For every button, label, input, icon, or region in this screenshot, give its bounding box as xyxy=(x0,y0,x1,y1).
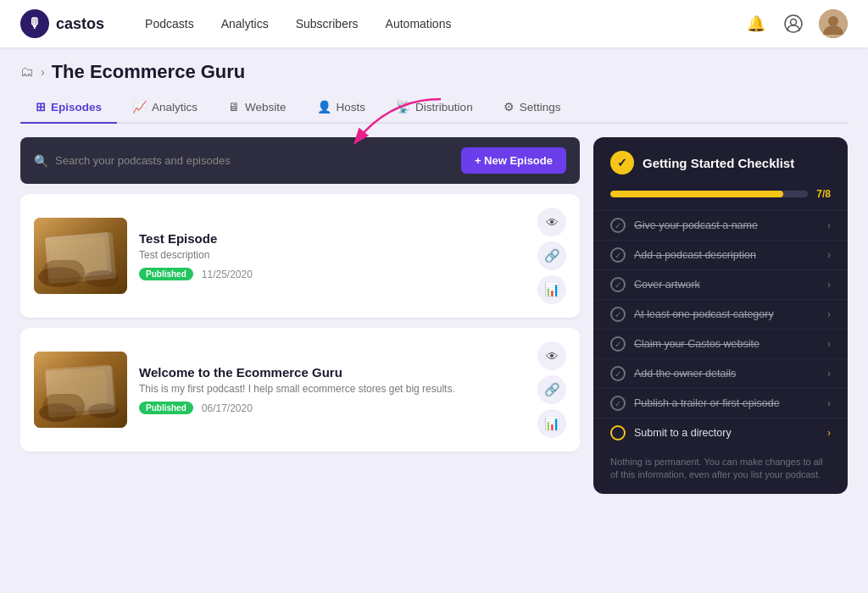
chevron-right-icon: › xyxy=(827,427,831,439)
breadcrumb: 🗂 › The Ecommerce Guru xyxy=(20,61,848,83)
breadcrumb-separator: › xyxy=(41,65,45,79)
checklist-footer: Nothing is permanent. You can make chang… xyxy=(593,447,848,494)
checklist-item-left: ✓ Add a podcast description xyxy=(610,247,756,263)
link-icon: 🔗 xyxy=(544,248,560,263)
checklist-item[interactable]: ✓ Cover artwork › xyxy=(593,269,848,299)
settings-tab-icon: ⚙ xyxy=(504,100,515,114)
brand-name: castos xyxy=(56,15,104,33)
chevron-right-icon: › xyxy=(827,368,831,380)
checklist-item[interactable]: ✓ Publish a trailer or first episode › xyxy=(593,388,848,418)
view-episode-button[interactable]: 👁 xyxy=(537,208,566,236)
analytics-tab-icon: 📈 xyxy=(132,100,147,114)
chart-icon: 📊 xyxy=(544,416,560,431)
checklist-item[interactable]: ✓ Add the owner details › xyxy=(593,358,848,388)
hosts-tab-icon: 👤 xyxy=(317,100,331,114)
search-input[interactable] xyxy=(55,154,461,167)
logo-icon: 🎙 xyxy=(20,9,49,38)
checklist-item[interactable]: ✓ At least one podcast category › xyxy=(593,299,848,329)
tab-analytics-label: Analytics xyxy=(152,101,198,114)
episode-info: Test Episode Test description Published … xyxy=(139,231,526,280)
svg-point-15 xyxy=(88,403,119,418)
search-icon: 🔍 xyxy=(34,154,48,168)
checklist-item[interactable]: ✓ Claim your Castos website › xyxy=(593,329,848,358)
podcast-tabs: ⊞ Episodes 📈 Analytics 🖥 Website 👤 Hosts… xyxy=(20,93,848,124)
checklist-item[interactable]: ✓ Give your podcast a name › xyxy=(593,210,848,240)
chevron-right-icon: › xyxy=(827,397,831,409)
tab-episodes-label: Episodes xyxy=(51,101,102,114)
checklist-items: ✓ Give your podcast a name › ✓ Add a pod… xyxy=(593,210,848,447)
check-done-icon: ✓ xyxy=(610,336,626,352)
tab-distribution[interactable]: 📡 Distribution xyxy=(381,93,488,124)
checklist-header: ✓ Getting Started Checklist xyxy=(593,137,848,188)
progress-bar-background xyxy=(610,191,808,197)
tab-settings[interactable]: ⚙ Settings xyxy=(488,93,576,124)
tab-episodes[interactable]: ⊞ Episodes xyxy=(20,93,117,124)
checklist-item-label: Cover artwork xyxy=(634,279,700,291)
nav-podcasts[interactable]: Podcasts xyxy=(145,17,194,30)
top-navigation: 🎙 castos Podcasts Analytics Subscribers … xyxy=(0,0,868,47)
svg-rect-12 xyxy=(45,364,114,413)
checklist-item-left: ✓ Cover artwork xyxy=(610,277,700,292)
tab-website-label: Website xyxy=(245,101,287,114)
tab-analytics[interactable]: 📈 Analytics xyxy=(117,93,213,124)
svg-rect-13 xyxy=(52,370,108,407)
check-done-icon: ✓ xyxy=(610,218,626,233)
nav-analytics[interactable]: Analytics xyxy=(221,17,269,30)
main-content: 🗂 › The Ecommerce Guru ⊞ Episodes 📈 Anal… xyxy=(0,47,868,593)
episode-info: Welcome to the Ecommerce Guru This is my… xyxy=(139,365,526,414)
tab-hosts[interactable]: 👤 Hosts xyxy=(302,93,381,124)
svg-point-9 xyxy=(85,270,119,287)
episode-description: Test description xyxy=(139,249,526,261)
nav-automations[interactable]: Automations xyxy=(386,17,452,30)
tab-settings-label: Settings xyxy=(520,101,561,114)
episode-actions: 👁 🔗 📊 xyxy=(537,208,566,304)
left-column: 🔍 + New Episode xyxy=(20,137,580,593)
status-badge: Published xyxy=(139,402,193,414)
tab-hosts-label: Hosts xyxy=(337,101,366,114)
episode-card: Test Episode Test description Published … xyxy=(20,194,580,318)
check-done-icon: ✓ xyxy=(610,307,626,322)
episode-title: Test Episode xyxy=(139,231,526,246)
episode-actions: 👁 🔗 📊 xyxy=(537,341,566,438)
episode-date: 06/17/2020 xyxy=(202,402,253,414)
brand-logo[interactable]: 🎙 castos xyxy=(20,9,104,38)
eye-icon: 👁 xyxy=(546,215,559,230)
svg-point-3 xyxy=(828,16,838,26)
checklist-item-left: ✓ At least one podcast category xyxy=(610,307,774,322)
checklist-card: ✓ Getting Started Checklist 7/8 ✓ Give y… xyxy=(593,137,848,494)
notification-icon[interactable]: 🔔 xyxy=(744,12,768,36)
view-episode-button[interactable]: 👁 xyxy=(537,341,566,370)
chevron-right-icon: › xyxy=(827,338,831,350)
chart-icon: 📊 xyxy=(544,282,560,297)
new-episode-button[interactable]: + New Episode xyxy=(461,147,566,174)
stats-episode-button[interactable]: 📊 xyxy=(537,409,566,438)
checklist-title: Getting Started Checklist xyxy=(643,156,794,170)
episodes-tab-icon: ⊞ xyxy=(36,100,46,114)
progress-bar-wrap: 7/8 xyxy=(593,188,848,210)
user-avatar[interactable] xyxy=(819,9,848,38)
podcast-title: The Ecommerce Guru xyxy=(52,61,246,83)
checklist-item-left: ✓ Give your podcast a name xyxy=(610,218,758,233)
tab-website[interactable]: 🖥 Website xyxy=(213,93,302,124)
checklist-item-left: ✓ Claim your Castos website xyxy=(610,336,760,352)
svg-rect-6 xyxy=(45,232,112,280)
tab-distribution-label: Distribution xyxy=(415,101,473,114)
status-badge: Published xyxy=(139,268,193,280)
episode-card: Welcome to the Ecommerce Guru This is my… xyxy=(20,328,580,452)
nav-subscribers[interactable]: Subscribers xyxy=(296,17,359,30)
checklist-item[interactable]: Submit to a directory › xyxy=(593,418,848,447)
episode-description: This is my first podcast! I help small e… xyxy=(139,383,526,395)
check-done-icon: ✓ xyxy=(610,277,626,292)
checklist-item-label: Give your podcast a name xyxy=(634,219,758,231)
checklist-item[interactable]: ✓ Add a podcast description › xyxy=(593,240,848,269)
episode-thumbnail xyxy=(34,352,127,428)
stats-episode-button[interactable]: 📊 xyxy=(537,275,566,304)
chevron-right-icon: › xyxy=(827,249,831,261)
check-done-icon: ✓ xyxy=(610,366,626,381)
account-icon[interactable] xyxy=(782,12,805,36)
link-icon: 🔗 xyxy=(544,382,560,397)
link-episode-button[interactable]: 🔗 xyxy=(537,375,566,404)
checklist-item-left: ✓ Publish a trailer or first episode xyxy=(610,396,780,411)
content-grid: 🔍 + New Episode xyxy=(20,137,848,593)
link-episode-button[interactable]: 🔗 xyxy=(537,241,566,270)
